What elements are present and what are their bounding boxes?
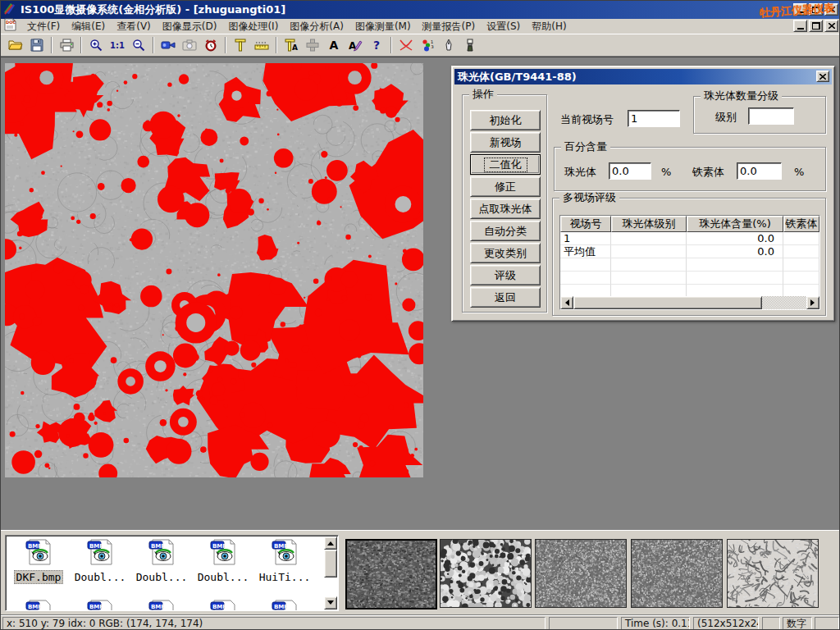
app-icon bbox=[3, 2, 16, 18]
curve-tool-icon[interactable] bbox=[395, 35, 417, 55]
zoom-out-icon[interactable] bbox=[128, 35, 149, 55]
current-field-input[interactable] bbox=[628, 110, 680, 127]
caliper-icon[interactable] bbox=[230, 35, 251, 55]
binarize-button[interactable]: 二值化 bbox=[470, 154, 541, 175]
table-horizontal-scrollbar[interactable] bbox=[560, 296, 819, 309]
menu-image-processing[interactable]: 图像处理(I) bbox=[222, 19, 284, 34]
pearlite-dialog: 珠光体(GB/T9441-88) 操作 初始化 新视场 二值化 修正 点取珠光体… bbox=[451, 66, 835, 322]
table-row[interactable]: 平均值 0.0 bbox=[560, 245, 819, 258]
menu-help[interactable]: 帮助(H) bbox=[526, 19, 572, 34]
file-item[interactable]: BMP bbox=[132, 600, 191, 610]
file-item[interactable]: BMP HuiTi... bbox=[255, 539, 314, 584]
color-classify-icon[interactable]: 13 bbox=[417, 35, 438, 55]
bmp-file-icon: BMP bbox=[25, 600, 52, 610]
status-empty-panel bbox=[815, 617, 839, 630]
table-row-empty bbox=[560, 272, 819, 285]
status-time: Time (s): 0.113 bbox=[621, 617, 690, 630]
mdi-restore-button[interactable] bbox=[809, 20, 823, 32]
col-pearlite-grade[interactable]: 珠光体级别 bbox=[611, 216, 687, 232]
ferrite-unit: % bbox=[794, 166, 804, 178]
svg-text:A: A bbox=[292, 43, 298, 52]
status-resolution: (512x512x24) bbox=[693, 617, 759, 630]
col-field-number[interactable]: 视场号 bbox=[560, 216, 611, 232]
file-item[interactable]: BMP Doubl... bbox=[71, 539, 130, 584]
level-input[interactable] bbox=[748, 107, 794, 125]
file-item[interactable]: BMP bbox=[71, 600, 130, 610]
return-button[interactable]: 返回 bbox=[470, 287, 541, 308]
application-window: IS100显微摄像系统(金相分析版) - [zhuguangti01] 牡丹江仪… bbox=[0, 0, 840, 630]
annotate-icon[interactable]: A bbox=[345, 35, 366, 55]
menu-settings[interactable]: 设置(S) bbox=[481, 19, 526, 34]
menu-file[interactable]: 文件(F) bbox=[21, 19, 66, 34]
close-icon bbox=[829, 23, 835, 29]
dialog-close-button[interactable] bbox=[816, 71, 829, 82]
zoom-in-icon[interactable] bbox=[85, 35, 107, 55]
bmp-file-icon: BMP bbox=[271, 539, 299, 565]
menu-edit[interactable]: 编辑(E) bbox=[66, 19, 111, 34]
new-field-button[interactable]: 新视场 bbox=[470, 132, 541, 153]
thumbnail-image[interactable] bbox=[631, 539, 723, 608]
paint-brush-icon[interactable] bbox=[459, 35, 481, 55]
scroll-down-icon[interactable] bbox=[324, 596, 337, 609]
pearlite-percent-input[interactable] bbox=[609, 162, 651, 180]
mdi-close-button[interactable] bbox=[824, 20, 838, 32]
multi-field-rating-label: 多视场评级 bbox=[559, 192, 619, 203]
metallographic-image[interactable] bbox=[5, 63, 423, 477]
actual-size-icon[interactable]: 1:1 bbox=[107, 35, 128, 55]
help-icon[interactable]: ? bbox=[366, 35, 387, 55]
ruler-icon[interactable] bbox=[251, 35, 272, 55]
file-browser-scrollbar[interactable] bbox=[324, 536, 337, 609]
file-item[interactable]: BMP Doubl... bbox=[194, 539, 253, 584]
initialize-button[interactable]: 初始化 bbox=[470, 110, 541, 130]
text-label-icon[interactable]: A bbox=[323, 35, 345, 55]
auto-classify-button[interactable]: 自动分类 bbox=[470, 221, 541, 241]
file-item[interactable]: BMP bbox=[9, 600, 68, 610]
timer-icon[interactable] bbox=[200, 35, 221, 55]
table-row[interactable]: 1 0.0 bbox=[560, 232, 819, 245]
pick-pearlite-button[interactable]: 点取珠光体 bbox=[470, 199, 541, 219]
col-ferrite[interactable]: 铁素体 bbox=[783, 216, 819, 232]
camera-icon[interactable] bbox=[179, 35, 200, 55]
col-pearlite-content[interactable]: 珠光体含量(%) bbox=[687, 216, 783, 232]
bmp-file-icon: BMP bbox=[86, 600, 114, 610]
scroll-left-icon[interactable] bbox=[560, 296, 573, 309]
grid-move-icon[interactable] bbox=[302, 35, 323, 55]
save-icon[interactable] bbox=[26, 35, 48, 55]
file-item[interactable]: BMP bbox=[255, 600, 314, 610]
correct-button[interactable]: 修正 bbox=[470, 176, 541, 197]
menu-image-analysis[interactable]: 图像分析(A) bbox=[284, 19, 349, 34]
scroll-up-icon[interactable] bbox=[324, 536, 337, 550]
status-mode: 数字 bbox=[783, 617, 812, 630]
document-icon: DOC bbox=[3, 18, 18, 34]
ferrite-percent-input[interactable] bbox=[737, 162, 782, 180]
file-item[interactable]: BMP DKF.bmp bbox=[9, 539, 68, 584]
status-coordinates: x: 510 y: 79 idx: 0 RGB: (174, 174, 174) bbox=[2, 617, 546, 630]
measure-text-icon[interactable]: A bbox=[281, 35, 302, 55]
pearlite-unit: % bbox=[661, 166, 671, 178]
grading-group-label: 珠光体数量分级 bbox=[701, 90, 782, 102]
change-class-button[interactable]: 更改类别 bbox=[470, 243, 541, 263]
rate-button[interactable]: 评级 bbox=[470, 265, 541, 285]
file-item[interactable]: BMP Doubl... bbox=[132, 539, 191, 584]
file-item[interactable]: BMP bbox=[194, 600, 253, 610]
menu-report[interactable]: 测量报告(P) bbox=[417, 19, 482, 34]
video-camera-icon[interactable] bbox=[158, 35, 179, 55]
thumbnail-image[interactable] bbox=[535, 539, 627, 608]
svg-text:BMP: BMP bbox=[274, 543, 288, 550]
file-browser: BMP DKF.bmp BMP Doubl... BMP Doubl... BM… bbox=[5, 535, 339, 611]
scrollbar-track[interactable] bbox=[762, 296, 806, 309]
mdi-minimize-button[interactable] bbox=[793, 20, 807, 32]
scroll-right-icon[interactable] bbox=[806, 296, 819, 309]
thumbnail-image[interactable] bbox=[727, 539, 819, 608]
workspace: 珠光体(GB/T9441-88) 操作 初始化 新视场 二值化 修正 点取珠光体… bbox=[1, 57, 840, 530]
scrollbar-thumb[interactable] bbox=[573, 296, 762, 309]
menu-image-measure[interactable]: 图像测量(M) bbox=[349, 19, 417, 34]
print-icon[interactable] bbox=[56, 35, 77, 55]
thumbnail-image[interactable] bbox=[345, 539, 437, 609]
thumbnail-image[interactable] bbox=[440, 539, 532, 608]
open-folder-icon[interactable] bbox=[5, 35, 26, 55]
picker-pen-icon[interactable] bbox=[438, 35, 459, 55]
menu-view[interactable]: 查看(V) bbox=[111, 19, 157, 34]
menu-image-display[interactable]: 图像显示(D) bbox=[157, 19, 223, 34]
scrollbar-thumb[interactable] bbox=[324, 550, 337, 578]
